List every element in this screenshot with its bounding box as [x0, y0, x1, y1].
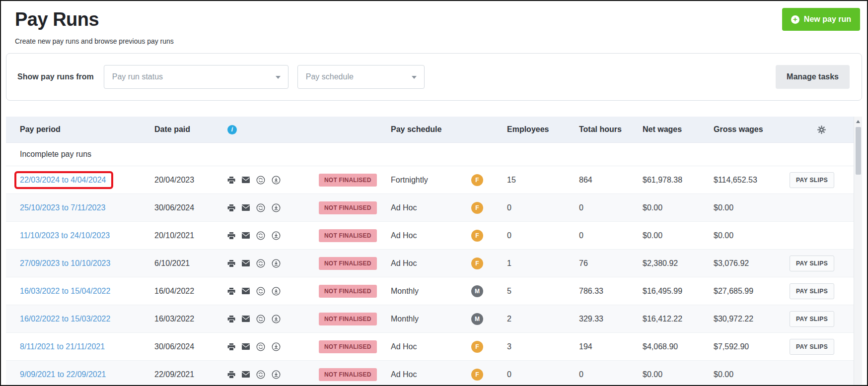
- recurring-icon[interactable]: [256, 203, 265, 212]
- gross-wages-cell: $0.00: [700, 370, 776, 379]
- plus-icon: [791, 15, 799, 24]
- pay-period-link[interactable]: 25/10/2023 to 7/11/2023: [20, 203, 105, 212]
- print-payslips-icon[interactable]: [227, 315, 235, 323]
- table-row[interactable]: 25/10/2023 to 7/11/2023 30/06/2024: [6, 194, 854, 222]
- date-paid-cell: 22/09/2021: [141, 370, 214, 379]
- pay-schedule-cell: Ad Hoc: [377, 342, 457, 351]
- date-paid-cell: 30/06/2024: [141, 203, 214, 212]
- email-icon[interactable]: [242, 371, 250, 378]
- total-hours-cell: 194: [565, 342, 629, 351]
- table-row[interactable]: 9/09/2021 to 22/09/2021 22/09/2021: [6, 361, 854, 386]
- schedule-badge-cell: F: [457, 341, 493, 353]
- filter-label: Show pay runs from: [17, 72, 94, 81]
- recurring-icon[interactable]: [256, 315, 265, 323]
- download-icon[interactable]: [272, 231, 281, 240]
- download-icon[interactable]: [272, 287, 281, 296]
- status-cell: NOT FINALISED: [305, 201, 377, 214]
- schedule-frequency-badge: F: [471, 230, 483, 242]
- pay-period-link[interactable]: 16/02/2022 to 15/03/2022: [20, 315, 110, 323]
- header-settings-cell: [776, 126, 854, 134]
- date-paid-cell: 30/06/2024: [141, 342, 214, 351]
- table-row[interactable]: 22/03/2024 to 4/04/2024 20/04/2023: [6, 166, 854, 194]
- print-payslips-icon[interactable]: [227, 176, 235, 184]
- date-paid-cell: 20/10/2021: [141, 231, 214, 240]
- scroll-up-button[interactable]: [854, 117, 862, 126]
- print-payslips-icon[interactable]: [227, 287, 235, 295]
- recurring-icon[interactable]: [256, 287, 265, 296]
- recurring-icon[interactable]: [256, 176, 265, 185]
- table-row[interactable]: 11/10/2023 to 24/10/2023 20/10/2021: [6, 222, 854, 250]
- print-payslips-icon[interactable]: [227, 371, 235, 379]
- employees-cell: 0: [493, 231, 565, 240]
- schedule-frequency-badge: M: [471, 313, 483, 325]
- employees-cell: 0: [493, 203, 565, 212]
- recurring-icon[interactable]: [256, 259, 265, 268]
- email-icon[interactable]: [242, 316, 250, 322]
- schedule-frequency-badge: F: [471, 257, 483, 269]
- pay-period-link[interactable]: 22/03/2024 to 4/04/2024: [20, 176, 106, 184]
- pay-period-cell: 16/02/2022 to 15/03/2022: [20, 315, 110, 323]
- pay-period-cell: 11/10/2023 to 24/10/2023: [20, 231, 110, 240]
- header-pay-schedule: Pay schedule: [377, 125, 457, 134]
- download-icon[interactable]: [272, 176, 281, 185]
- email-icon[interactable]: [242, 260, 250, 266]
- pay-period-link[interactable]: 8/11/2021 to 21/11/2021: [20, 342, 105, 351]
- table-row[interactable]: 27/09/2023 to 10/10/2023 6/10/2021: [6, 250, 854, 277]
- pay-run-status-dropdown[interactable]: Pay run status: [104, 65, 289, 89]
- pay-schedule-dropdown[interactable]: Pay schedule: [297, 65, 425, 89]
- pay-period-link[interactable]: 27/09/2023 to 10/10/2023: [20, 259, 110, 267]
- manage-tasks-button[interactable]: Manage tasks: [776, 65, 850, 89]
- total-hours-cell: 786.33: [565, 287, 629, 296]
- recurring-icon[interactable]: [256, 231, 265, 240]
- pay-slips-button[interactable]: PAY SLIPS: [790, 339, 834, 355]
- pay-period-cell: 9/09/2021 to 22/09/2021: [20, 370, 106, 379]
- pay-slips-button[interactable]: PAY SLIPS: [790, 283, 834, 299]
- new-pay-run-button[interactable]: New pay run: [782, 8, 860, 31]
- table-row[interactable]: 8/11/2021 to 21/11/2021 30/06/2024: [6, 333, 854, 361]
- date-paid-cell: 20/04/2023: [141, 176, 214, 185]
- email-icon[interactable]: [242, 343, 250, 350]
- pay-period-link[interactable]: 11/10/2023 to 24/10/2023: [20, 231, 110, 240]
- email-icon[interactable]: [242, 232, 250, 239]
- table-row[interactable]: 16/02/2022 to 15/03/2022 16/03/2022: [6, 305, 854, 333]
- recurring-icon[interactable]: [256, 370, 265, 379]
- net-wages-cell: $0.00: [629, 370, 700, 379]
- scrollbar-thumb[interactable]: [856, 127, 861, 175]
- table-scrollbar[interactable]: [854, 117, 862, 386]
- email-icon[interactable]: [242, 288, 250, 294]
- email-icon[interactable]: [242, 204, 250, 211]
- info-icon[interactable]: [227, 125, 237, 134]
- net-wages-cell: $4,068.90: [629, 342, 700, 351]
- gross-wages-cell: $0.00: [700, 203, 776, 212]
- table-row[interactable]: 16/03/2022 to 15/04/2022 16/04/2022: [6, 277, 854, 305]
- print-payslips-icon[interactable]: [227, 204, 235, 212]
- download-icon[interactable]: [272, 203, 281, 212]
- email-icon[interactable]: [242, 177, 250, 183]
- download-icon[interactable]: [272, 370, 281, 379]
- download-icon[interactable]: [272, 315, 281, 323]
- print-payslips-icon[interactable]: [227, 232, 235, 240]
- download-icon[interactable]: [272, 342, 281, 351]
- pay-slips-button[interactable]: PAY SLIPS: [790, 172, 834, 188]
- header-employees: Employees: [493, 125, 565, 134]
- download-icon[interactable]: [272, 259, 281, 268]
- net-wages-cell: $16,412.22: [629, 315, 700, 323]
- pay-period-link[interactable]: 16/03/2022 to 15/04/2022: [20, 287, 110, 295]
- pay-period-link[interactable]: 9/09/2021 to 22/09/2021: [20, 370, 106, 379]
- row-actions: [214, 287, 305, 296]
- pay-slips-button[interactable]: PAY SLIPS: [790, 256, 834, 271]
- status-badge: NOT FINALISED: [319, 368, 377, 381]
- date-paid-cell: 16/03/2022: [141, 315, 214, 323]
- gear-icon[interactable]: [817, 126, 826, 134]
- pay-slips-cell: PAY SLIPS: [776, 339, 854, 355]
- pay-schedule-cell: Ad Hoc: [377, 203, 457, 212]
- row-actions: [214, 259, 305, 268]
- table-header-row: Pay period Date paid Pay schedule Employ…: [6, 117, 854, 143]
- pay-slips-button[interactable]: PAY SLIPS: [790, 311, 834, 327]
- print-payslips-icon[interactable]: [227, 343, 235, 351]
- print-payslips-icon[interactable]: [227, 259, 235, 267]
- recurring-icon[interactable]: [256, 342, 265, 351]
- gross-wages-cell: $27,685.99: [700, 287, 776, 296]
- header-date-paid: Date paid: [141, 125, 214, 134]
- status-cell: NOT FINALISED: [305, 340, 377, 353]
